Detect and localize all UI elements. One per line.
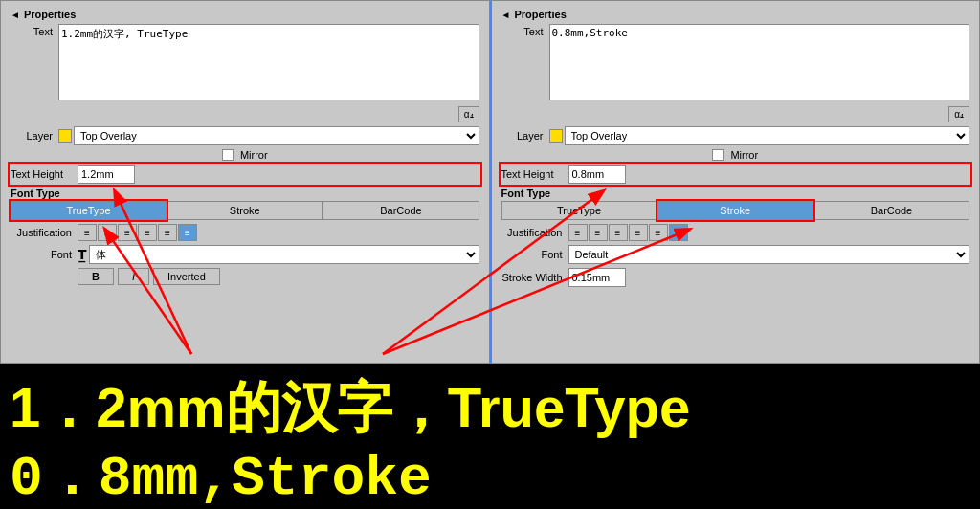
panel1-just-1[interactable]: ≡ xyxy=(78,224,97,241)
panel2-textheight-label: Text Height xyxy=(501,168,568,180)
panel2-sw-label: Stroke Width xyxy=(501,272,568,283)
panel2-just-6[interactable]: ≡ xyxy=(669,224,688,241)
panel2-fonttype-label: Font Type xyxy=(501,188,970,199)
panel2-text-label: Text xyxy=(501,24,549,37)
panel2-layer-color xyxy=(549,129,563,143)
panel1-inverted-button[interactable]: Inverted xyxy=(153,268,220,285)
panel1-formula-row: α₄ xyxy=(11,104,479,122)
panel1-layer-label: Layer xyxy=(11,130,58,142)
panel1-text-row: Text 1.2mm的汉字, TrueType xyxy=(11,24,479,100)
panel1-title: Properties xyxy=(11,7,479,24)
panel2-ft-stroke[interactable]: Stroke xyxy=(657,201,813,220)
panel1-textheight-label: Text Height xyxy=(11,168,78,180)
panel1-just-3[interactable]: ≡ xyxy=(118,224,137,241)
panel2-ft-barcode[interactable]: BarCode xyxy=(813,201,969,220)
panel1-just-label: Justification xyxy=(11,227,78,238)
panel1-font-icon: T̲ xyxy=(78,247,87,262)
bottom-line1: 1．2mm的汉字，TrueType xyxy=(10,371,690,446)
panel1-font-select[interactable]: 体 xyxy=(89,245,479,264)
panel1-fonttype-label: Font Type xyxy=(11,188,479,199)
panel2-just-4[interactable]: ≡ xyxy=(629,224,648,241)
panel1-font-label: Font xyxy=(11,249,78,260)
panel2-sw-input[interactable] xyxy=(568,268,626,287)
panel1-font-row: Font T̲ 体 xyxy=(11,245,479,264)
panel2-layer-wrapper: Top Overlay xyxy=(549,126,970,145)
panel2-formula-button[interactable]: α₄ xyxy=(948,106,969,122)
panel1-italic-button[interactable]: I xyxy=(118,268,149,285)
panel2-ft-truetype[interactable]: TrueType xyxy=(501,201,657,220)
panel1-just-2[interactable]: ≡ xyxy=(98,224,117,241)
panel2-text-row: Text 0.8mm,Stroke xyxy=(501,24,970,100)
panel2-textheight-input[interactable] xyxy=(568,165,626,184)
panel2-just-2[interactable]: ≡ xyxy=(589,224,608,241)
panel1-just-buttons: ≡ ≡ ≡ ≡ ≡ ≡ xyxy=(78,224,197,241)
panel2-layer-row: Layer Top Overlay xyxy=(501,126,970,145)
panel2-fonttype-section: Font Type TrueType Stroke BarCode xyxy=(501,188,970,220)
panel2-formula-row: α₄ xyxy=(501,104,970,122)
panel1-layer-row: Layer Top Overlay xyxy=(11,126,479,145)
panel1-just-6[interactable]: ≡ xyxy=(178,224,197,241)
panel1-formula-button[interactable]: α₄ xyxy=(458,106,479,122)
panel-1: Properties Text 1.2mm的汉字, TrueType α₄ La… xyxy=(0,0,490,364)
panel2-just-5[interactable]: ≡ xyxy=(649,224,668,241)
panel1-just-row: Justification ≡ ≡ ≡ ≡ ≡ ≡ xyxy=(11,224,479,241)
panel1-style-row: B I Inverted xyxy=(11,268,479,285)
panel1-mirror-label: Mirror xyxy=(240,149,268,161)
panel1-just-5[interactable]: ≡ xyxy=(158,224,177,241)
panel2-sw-row: Stroke Width xyxy=(501,268,970,287)
panel2-font-select[interactable]: Default xyxy=(568,245,970,264)
bottom-section: 1．2mm的汉字，TrueType 0．8mm,Stroke xyxy=(0,364,980,509)
panel1-ft-truetype[interactable]: TrueType xyxy=(11,201,167,220)
panel1-textheight-input[interactable] xyxy=(78,165,135,184)
panel1-layer-wrapper: Top Overlay xyxy=(58,126,479,145)
panel2-mirror-checkbox[interactable] xyxy=(712,149,724,161)
panel2-layer-label: Layer xyxy=(501,130,549,142)
bottom-line2: 0．8mm,Stroke xyxy=(10,438,432,509)
panel2-font-row: Font Default xyxy=(501,245,970,264)
panel1-fonttype-section: Font Type TrueType Stroke BarCode xyxy=(11,188,479,220)
panel1-fonttype-buttons: TrueType Stroke BarCode xyxy=(11,201,479,220)
panel1-textheight-row: Text Height xyxy=(11,165,479,184)
panel2-font-wrapper: Default xyxy=(568,245,970,264)
panel1-font-wrapper: T̲ 体 xyxy=(78,245,479,264)
panel1-text-label: Text xyxy=(11,24,58,37)
panel2-mirror-row: Mirror xyxy=(501,149,970,161)
panel2-fonttype-buttons: TrueType Stroke BarCode xyxy=(501,201,970,220)
panel1-text-input[interactable]: 1.2mm的汉字, TrueType xyxy=(58,24,479,100)
panel2-mirror-label: Mirror xyxy=(730,149,758,161)
panel2-layer-select[interactable]: Top Overlay xyxy=(565,126,970,145)
panel1-ft-stroke[interactable]: Stroke xyxy=(167,201,323,220)
panel1-just-4[interactable]: ≡ xyxy=(138,224,157,241)
panel1-mirror-row: Mirror xyxy=(11,149,479,161)
panel1-ft-barcode[interactable]: BarCode xyxy=(323,201,479,220)
panel1-layer-color xyxy=(58,129,72,143)
panel2-just-1[interactable]: ≡ xyxy=(568,224,588,241)
panel2-just-label: Justification xyxy=(501,227,568,238)
panel1-layer-select[interactable]: Top Overlay xyxy=(74,126,479,145)
panel2-textheight-row: Text Height xyxy=(501,165,970,184)
panel2-just-row: Justification ≡ ≡ ≡ ≡ ≡ ≡ xyxy=(501,224,970,241)
panel2-text-input[interactable]: 0.8mm,Stroke xyxy=(549,24,970,100)
panel2-just-3[interactable]: ≡ xyxy=(609,224,628,241)
panel2-just-buttons: ≡ ≡ ≡ ≡ ≡ ≡ xyxy=(568,224,688,241)
panel2-title: Properties xyxy=(501,7,970,24)
panel1-mirror-checkbox[interactable] xyxy=(222,149,234,161)
panel-2: Properties Text 0.8mm,Stroke α₄ Layer To… xyxy=(490,0,981,364)
panel1-bold-button[interactable]: B xyxy=(78,268,114,285)
panel2-font-label: Font xyxy=(501,249,568,260)
